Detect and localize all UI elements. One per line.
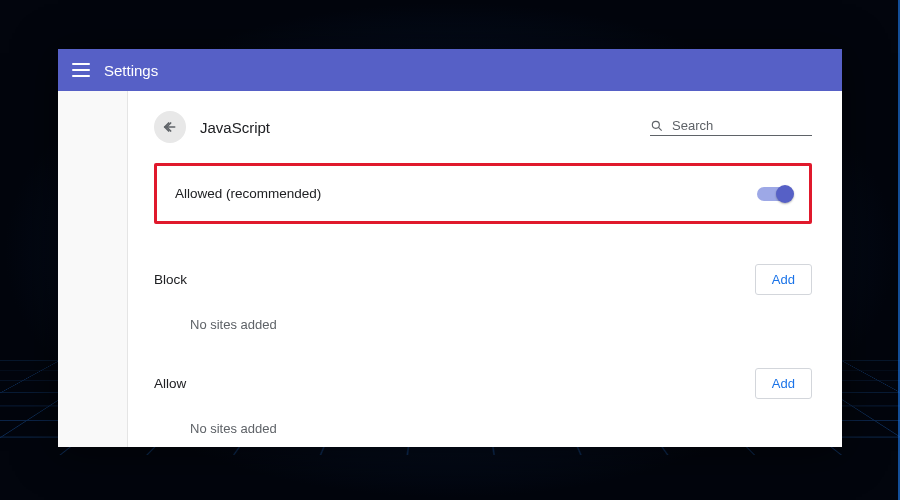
block-add-button[interactable]: Add	[755, 264, 812, 295]
arrow-left-icon	[162, 119, 178, 135]
search-input[interactable]	[672, 118, 812, 133]
settings-window: Settings JavaScript Allowed (recommended…	[58, 49, 842, 447]
block-section-title: Block	[154, 272, 187, 287]
allow-section-title: Allow	[154, 376, 186, 391]
allowed-toggle[interactable]	[757, 187, 791, 201]
content-area: JavaScript Allowed (recommended) Block A…	[128, 91, 842, 447]
allowed-toggle-label: Allowed (recommended)	[175, 186, 321, 201]
search-icon	[650, 119, 664, 133]
svg-line-2	[658, 127, 661, 130]
allow-section-header: Allow Add	[154, 358, 812, 413]
block-empty-message: No sites added	[154, 309, 812, 358]
search-field[interactable]	[650, 118, 812, 136]
topbar: Settings	[58, 49, 842, 91]
allowed-toggle-row: Allowed (recommended)	[154, 163, 812, 224]
svg-point-1	[652, 121, 659, 128]
menu-icon[interactable]	[72, 61, 90, 79]
page-title: JavaScript	[200, 119, 270, 136]
toggle-knob	[776, 185, 794, 203]
allow-add-button[interactable]: Add	[755, 368, 812, 399]
allow-empty-message: No sites added	[154, 413, 812, 447]
topbar-title: Settings	[104, 62, 158, 79]
window-body: JavaScript Allowed (recommended) Block A…	[58, 91, 842, 447]
back-button[interactable]	[154, 111, 186, 143]
sidebar	[58, 91, 128, 447]
block-section-header: Block Add	[154, 254, 812, 309]
page-header: JavaScript	[154, 109, 812, 145]
